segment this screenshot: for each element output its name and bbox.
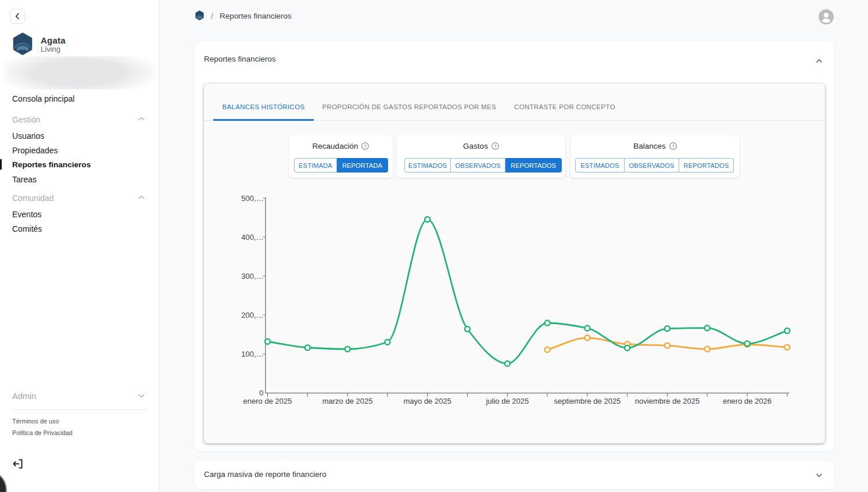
- svg-text:noviembre de 2025: noviembre de 2025: [635, 397, 700, 405]
- svg-text:mayo de 2025: mayo de 2025: [403, 397, 451, 405]
- svg-text:100,…: 100,…: [241, 350, 263, 358]
- svg-text:0: 0: [259, 389, 263, 397]
- svg-text:enero de 2026: enero de 2026: [723, 397, 772, 405]
- svg-text:julio de 2025: julio de 2025: [485, 397, 529, 405]
- svg-text:400,…: 400,…: [241, 233, 263, 242]
- svg-text:500,…: 500,…: [241, 194, 263, 203]
- svg-text:300,…: 300,…: [241, 272, 263, 281]
- svg-text:enero de 2025: enero de 2025: [243, 397, 292, 405]
- svg-text:200,…: 200,…: [241, 311, 263, 319]
- svg-text:marzo de 2025: marzo de 2025: [322, 397, 373, 405]
- svg-text:septiembre de 2025: septiembre de 2025: [554, 397, 620, 405]
